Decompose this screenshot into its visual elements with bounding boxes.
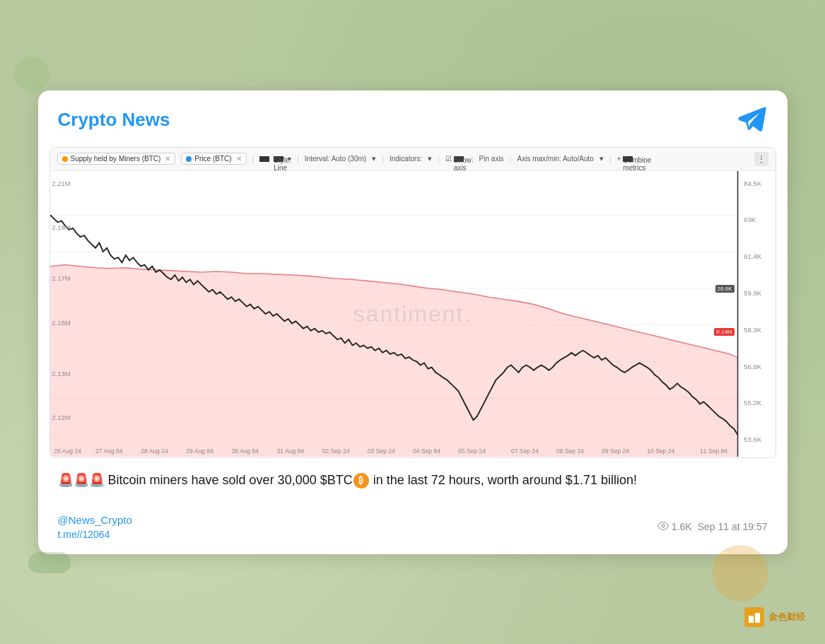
svg-text:03 Sep 24: 03 Sep 24 (367, 447, 394, 454)
branding-icon (744, 607, 764, 627)
chart-svg-area: santiment. 26.6K 0.14M (50, 171, 776, 457)
svg-text:2.17M: 2.17M (52, 274, 71, 282)
svg-text:2.12M: 2.12M (52, 414, 71, 421)
svg-text:53.6K: 53.6K (744, 435, 762, 443)
svg-text:29 Aug 84: 29 Aug 84 (186, 447, 213, 454)
card-header: Crypto News (38, 90, 788, 147)
bg-decoration-2 (14, 57, 49, 92)
price-tag-close[interactable]: ✕ (236, 155, 242, 163)
message-text: 🚨🚨🚨 Bitcoin miners have sold over 30,000… (58, 471, 768, 490)
channel-title[interactable]: Crypto News (58, 109, 170, 131)
bg-decoration-3 (28, 552, 71, 573)
svg-text:27 Aug 84: 27 Aug 84 (95, 447, 123, 454)
price-tag-label: Price (BTC) (194, 155, 231, 163)
chart-tag-supply[interactable]: Supply held by Miners (BTC) ✕ (57, 153, 176, 165)
svg-text:30 Aug 84: 30 Aug 84 (231, 447, 259, 454)
svg-text:84.5K: 84.5K (744, 179, 762, 187)
show-axis-btn[interactable]: ☑ Show axis (445, 155, 466, 163)
telegram-icon[interactable] (737, 105, 768, 136)
svg-text:28 Aug 24: 28 Aug 24 (141, 447, 168, 454)
svg-text:55.2K: 55.2K (744, 399, 762, 406)
svg-text:61.4K: 61.4K (744, 252, 762, 260)
message-card: Crypto News Supply held by Miners (BTC) … (38, 90, 788, 554)
footer-meta: 1.6K Sep 11 at 19:57 (657, 520, 768, 534)
svg-text:10 Sep 24: 10 Sep 24 (647, 447, 674, 454)
bottom-branding: 金色财经 (744, 607, 805, 627)
interval-selector[interactable]: Interval: Auto (30m) (305, 155, 366, 163)
pin-axis-btn[interactable]: Pin axis (479, 155, 504, 163)
svg-text:63K: 63K (744, 216, 756, 223)
message-emojis: 🚨🚨🚨 (58, 473, 105, 487)
post-link[interactable]: t.me//12064 (58, 529, 132, 540)
svg-text:08 Sep 24: 08 Sep 24 (556, 447, 584, 454)
svg-text:59.9K: 59.9K (744, 289, 762, 297)
price-dot (186, 156, 192, 162)
svg-text:31 Aug 84: 31 Aug 84 (276, 447, 304, 454)
svg-text:26 Aug 24: 26 Aug 24 (54, 447, 81, 454)
line-icon (259, 156, 269, 162)
message-footer: @News_Crypto t.me//12064 1.6K Sep 11 at … (38, 508, 788, 554)
style-selector[interactable]: Style: Line ▾ (259, 155, 291, 163)
views-count: 1.6K (657, 520, 692, 534)
chart-svg: 84.5K 63K 61.4K 59.9K 58.3K 56.8K 55.2K … (50, 171, 776, 457)
svg-text:09 Sep 24: 09 Sep 24 (602, 447, 629, 454)
price-badge-upper: 26.6K (715, 285, 735, 293)
chart-tag-price[interactable]: Price (BTC) ✕ (181, 153, 246, 165)
chart-container: Supply held by Miners (BTC) ✕ Price (BTC… (49, 147, 776, 458)
views-number: 1.6K (672, 521, 692, 532)
message-content: Bitcoin miners have sold over 30,000 $BT… (108, 473, 637, 487)
svg-text:2.18M: 2.18M (52, 223, 71, 231)
svg-text:2.15M: 2.15M (52, 318, 71, 326)
svg-text:58.3K: 58.3K (744, 326, 762, 334)
eye-icon (657, 520, 669, 534)
indicators-selector[interactable]: Indicators: (390, 155, 422, 163)
branding-name: 金色财经 (768, 611, 805, 623)
svg-rect-39 (749, 616, 754, 623)
chart-settings-btn[interactable]: ⋮ (754, 152, 768, 166)
supply-tag-label: Supply held by Miners (BTC) (71, 155, 161, 163)
svg-point-38 (662, 525, 665, 527)
svg-text:56.8K: 56.8K (744, 362, 762, 370)
supply-dot (62, 156, 68, 162)
svg-rect-40 (755, 613, 760, 623)
svg-text:2.13M: 2.13M (52, 370, 71, 377)
svg-text:05 Sep 24: 05 Sep 24 (458, 447, 486, 454)
svg-text:02 Sep 24: 02 Sep 24 (322, 447, 349, 454)
message-body: 🚨🚨🚨 Bitcoin miners have sold over 30,000… (38, 458, 788, 508)
svg-text:11 Sep 84: 11 Sep 84 (700, 447, 727, 454)
svg-text:2.21M: 2.21M (52, 179, 71, 187)
chart-toolbar: Supply held by Miners (BTC) ✕ Price (BTC… (50, 148, 776, 171)
supply-tag-close[interactable]: ✕ (165, 155, 170, 163)
channel-link[interactable]: @News_Crypto (58, 514, 132, 526)
price-badge-lower: 0.14M (714, 328, 734, 336)
footer-left: @News_Crypto t.me//12064 (58, 514, 132, 540)
btc-icon: ₿ (353, 473, 369, 488)
svg-text:04 Sep 84: 04 Sep 84 (413, 447, 440, 454)
axis-range-selector[interactable]: Axis max/min: Auto/Auto (517, 155, 593, 163)
timestamp: Sep 11 at 19:57 (698, 521, 768, 532)
combine-metrics-btn[interactable]: + Combine metrics (617, 155, 636, 163)
svg-text:07 Sep 24: 07 Sep 24 (510, 447, 538, 454)
